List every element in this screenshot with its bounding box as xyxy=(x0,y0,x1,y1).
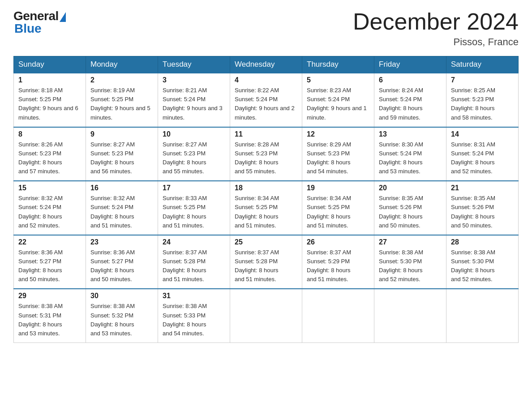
day-info: Sunrise: 8:37 AMSunset: 5:28 PMDaylight:… xyxy=(163,248,225,284)
title-block: December 2024 Pissos, France xyxy=(353,9,519,48)
calendar-table: SundayMondayTuesdayWednesdayThursdayFrid… xyxy=(13,56,519,343)
day-cell: 23 Sunrise: 8:36 AMSunset: 5:27 PMDaylig… xyxy=(86,235,158,289)
day-info: Sunrise: 8:19 AMSunset: 5:25 PMDaylight:… xyxy=(90,86,153,122)
day-number: 27 xyxy=(379,238,442,246)
day-cell: 6 Sunrise: 8:24 AMSunset: 5:24 PMDayligh… xyxy=(374,73,446,127)
day-cell: 20 Sunrise: 8:35 AMSunset: 5:26 PMDaylig… xyxy=(374,181,446,235)
day-cell: 7 Sunrise: 8:25 AMSunset: 5:23 PMDayligh… xyxy=(446,73,519,127)
day-cell xyxy=(446,289,519,342)
day-info: Sunrise: 8:38 AMSunset: 5:32 PMDaylight:… xyxy=(90,302,153,338)
day-number: 12 xyxy=(307,130,369,138)
day-cell: 18 Sunrise: 8:34 AMSunset: 5:25 PMDaylig… xyxy=(230,181,302,235)
day-number: 28 xyxy=(451,238,514,246)
day-cell: 3 Sunrise: 8:21 AMSunset: 5:24 PMDayligh… xyxy=(158,73,230,127)
day-cell: 31 Sunrise: 8:38 AMSunset: 5:33 PMDaylig… xyxy=(158,289,230,342)
day-number: 8 xyxy=(18,130,81,138)
day-number: 25 xyxy=(235,238,297,246)
day-cell: 22 Sunrise: 8:36 AMSunset: 5:27 PMDaylig… xyxy=(14,235,86,289)
logo: General Blue xyxy=(13,9,66,36)
day-number: 9 xyxy=(90,130,153,138)
day-info: Sunrise: 8:18 AMSunset: 5:25 PMDaylight:… xyxy=(18,86,81,122)
day-number: 24 xyxy=(163,238,225,246)
day-info: Sunrise: 8:37 AMSunset: 5:29 PMDaylight:… xyxy=(307,248,369,284)
day-cell: 12 Sunrise: 8:29 AMSunset: 5:23 PMDaylig… xyxy=(302,127,374,181)
day-number: 23 xyxy=(90,238,153,246)
day-info: Sunrise: 8:24 AMSunset: 5:24 PMDaylight:… xyxy=(379,86,442,122)
day-info: Sunrise: 8:28 AMSunset: 5:23 PMDaylight:… xyxy=(235,140,297,176)
day-number: 11 xyxy=(235,130,297,138)
day-info: Sunrise: 8:27 AMSunset: 5:23 PMDaylight:… xyxy=(163,140,225,176)
week-row-5: 29 Sunrise: 8:38 AMSunset: 5:31 PMDaylig… xyxy=(14,289,519,342)
day-number: 16 xyxy=(90,184,153,192)
day-number: 2 xyxy=(90,76,153,84)
page-header: General Blue December 2024 Pissos, Franc… xyxy=(13,9,519,48)
day-info: Sunrise: 8:36 AMSunset: 5:27 PMDaylight:… xyxy=(90,248,153,284)
week-row-4: 22 Sunrise: 8:36 AMSunset: 5:27 PMDaylig… xyxy=(14,235,519,289)
day-cell: 24 Sunrise: 8:37 AMSunset: 5:28 PMDaylig… xyxy=(158,235,230,289)
month-title: December 2024 xyxy=(353,9,519,34)
day-info: Sunrise: 8:38 AMSunset: 5:30 PMDaylight:… xyxy=(451,248,514,284)
day-cell: 10 Sunrise: 8:27 AMSunset: 5:23 PMDaylig… xyxy=(158,127,230,181)
day-info: Sunrise: 8:38 AMSunset: 5:31 PMDaylight:… xyxy=(18,302,81,338)
day-cell: 25 Sunrise: 8:37 AMSunset: 5:28 PMDaylig… xyxy=(230,235,302,289)
day-info: Sunrise: 8:34 AMSunset: 5:25 PMDaylight:… xyxy=(307,194,369,230)
day-number: 14 xyxy=(451,130,514,138)
day-cell: 15 Sunrise: 8:32 AMSunset: 5:24 PMDaylig… xyxy=(14,181,86,235)
day-number: 29 xyxy=(18,292,81,300)
week-row-1: 1 Sunrise: 8:18 AMSunset: 5:25 PMDayligh… xyxy=(14,73,519,127)
day-cell: 28 Sunrise: 8:38 AMSunset: 5:30 PMDaylig… xyxy=(446,235,519,289)
day-cell: 29 Sunrise: 8:38 AMSunset: 5:31 PMDaylig… xyxy=(14,289,86,342)
day-number: 21 xyxy=(451,184,514,192)
day-number: 18 xyxy=(235,184,297,192)
day-info: Sunrise: 8:32 AMSunset: 5:24 PMDaylight:… xyxy=(18,194,81,230)
day-info: Sunrise: 8:26 AMSunset: 5:23 PMDaylight:… xyxy=(18,140,81,176)
day-cell: 14 Sunrise: 8:31 AMSunset: 5:24 PMDaylig… xyxy=(446,127,519,181)
day-number: 4 xyxy=(235,76,297,84)
location-text: Pissos, France xyxy=(353,36,519,48)
day-cell: 16 Sunrise: 8:32 AMSunset: 5:24 PMDaylig… xyxy=(86,181,158,235)
logo-blue-text: Blue xyxy=(14,21,42,36)
day-number: 26 xyxy=(307,238,369,246)
day-info: Sunrise: 8:31 AMSunset: 5:24 PMDaylight:… xyxy=(451,140,514,176)
day-cell: 19 Sunrise: 8:34 AMSunset: 5:25 PMDaylig… xyxy=(302,181,374,235)
day-number: 1 xyxy=(18,76,81,84)
day-cell: 17 Sunrise: 8:33 AMSunset: 5:25 PMDaylig… xyxy=(158,181,230,235)
day-number: 10 xyxy=(163,130,225,138)
day-info: Sunrise: 8:34 AMSunset: 5:25 PMDaylight:… xyxy=(235,194,297,230)
day-info: Sunrise: 8:23 AMSunset: 5:24 PMDaylight:… xyxy=(307,86,369,122)
day-number: 20 xyxy=(379,184,442,192)
week-row-2: 8 Sunrise: 8:26 AMSunset: 5:23 PMDayligh… xyxy=(14,127,519,181)
day-info: Sunrise: 8:32 AMSunset: 5:24 PMDaylight:… xyxy=(90,194,153,230)
day-cell xyxy=(302,289,374,342)
col-header-thursday: Thursday xyxy=(302,56,374,73)
day-info: Sunrise: 8:36 AMSunset: 5:27 PMDaylight:… xyxy=(18,248,81,284)
day-cell: 2 Sunrise: 8:19 AMSunset: 5:25 PMDayligh… xyxy=(86,73,158,127)
day-cell: 26 Sunrise: 8:37 AMSunset: 5:29 PMDaylig… xyxy=(302,235,374,289)
day-number: 31 xyxy=(163,292,225,300)
day-number: 3 xyxy=(163,76,225,84)
col-header-tuesday: Tuesday xyxy=(158,56,230,73)
day-info: Sunrise: 8:22 AMSunset: 5:24 PMDaylight:… xyxy=(235,86,297,122)
day-info: Sunrise: 8:33 AMSunset: 5:25 PMDaylight:… xyxy=(163,194,225,230)
day-cell: 9 Sunrise: 8:27 AMSunset: 5:23 PMDayligh… xyxy=(86,127,158,181)
col-header-monday: Monday xyxy=(86,56,158,73)
day-cell: 27 Sunrise: 8:38 AMSunset: 5:30 PMDaylig… xyxy=(374,235,446,289)
day-info: Sunrise: 8:38 AMSunset: 5:30 PMDaylight:… xyxy=(379,248,442,284)
day-number: 30 xyxy=(90,292,153,300)
day-cell: 8 Sunrise: 8:26 AMSunset: 5:23 PMDayligh… xyxy=(14,127,86,181)
col-header-saturday: Saturday xyxy=(446,56,519,73)
day-info: Sunrise: 8:25 AMSunset: 5:23 PMDaylight:… xyxy=(451,86,514,122)
day-cell: 13 Sunrise: 8:30 AMSunset: 5:24 PMDaylig… xyxy=(374,127,446,181)
day-cell: 21 Sunrise: 8:35 AMSunset: 5:26 PMDaylig… xyxy=(446,181,519,235)
week-row-3: 15 Sunrise: 8:32 AMSunset: 5:24 PMDaylig… xyxy=(14,181,519,235)
day-number: 19 xyxy=(307,184,369,192)
col-header-friday: Friday xyxy=(374,56,446,73)
day-cell: 1 Sunrise: 8:18 AMSunset: 5:25 PMDayligh… xyxy=(14,73,86,127)
day-info: Sunrise: 8:37 AMSunset: 5:28 PMDaylight:… xyxy=(235,248,297,284)
day-info: Sunrise: 8:38 AMSunset: 5:33 PMDaylight:… xyxy=(163,302,225,338)
day-number: 15 xyxy=(18,184,81,192)
day-info: Sunrise: 8:27 AMSunset: 5:23 PMDaylight:… xyxy=(90,140,153,176)
day-number: 7 xyxy=(451,76,514,84)
day-cell: 11 Sunrise: 8:28 AMSunset: 5:23 PMDaylig… xyxy=(230,127,302,181)
day-info: Sunrise: 8:35 AMSunset: 5:26 PMDaylight:… xyxy=(379,194,442,230)
